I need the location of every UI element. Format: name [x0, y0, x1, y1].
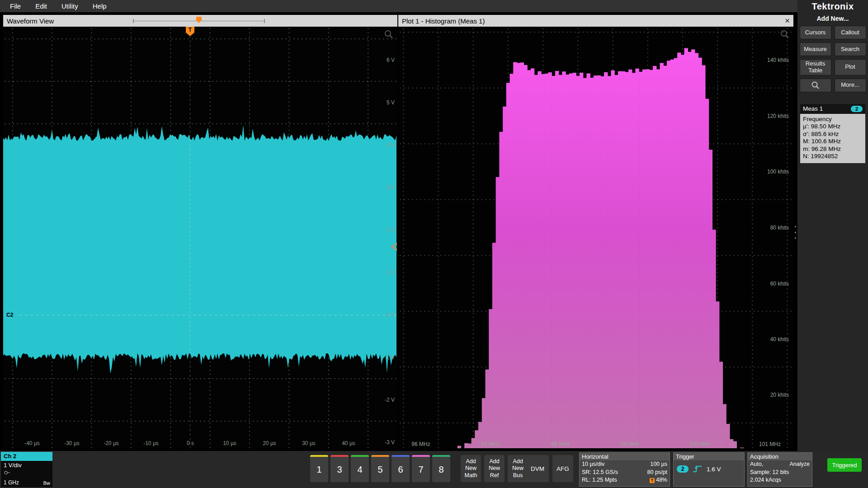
waveform-graticule[interactable]: 6 V 5 V 4 V 3 V 2 V 1 V 0 V -1 V -2 V -3… — [3, 27, 397, 448]
add-object-buttons: Add New Math Add New Ref Add New Bus — [461, 455, 528, 482]
menu-file[interactable]: File — [3, 2, 28, 10]
plot1-histogram-panel: Plot 1 - Histogram (Meas 1) × 140 khits … — [398, 15, 793, 448]
acquisition-sample-bits: Sample: 12 bits — [750, 469, 789, 477]
acquisition-title: Acquisition — [748, 453, 812, 460]
plot1-title: Plot 1 - Histogram (Meas 1) — [402, 17, 485, 25]
meas1-badge-card[interactable]: Meas 1 2 Frequency µ': 98.50 MHz σ': 885… — [800, 104, 865, 163]
menu-help[interactable]: Help — [85, 2, 114, 10]
channel-6-button[interactable]: 6 — [392, 455, 410, 482]
v-axis-label: 6 V — [387, 57, 395, 63]
add-new-ref-button[interactable]: Add New Ref — [484, 455, 505, 482]
channel-2-name: Ch 2 — [1, 452, 52, 461]
search-button[interactable]: Search — [835, 42, 866, 56]
bottom-settings-bar: Ch 2 1 V/div 1 GHz Bw 1 3 4 5 6 7 8 Add … — [0, 451, 868, 488]
t-axis-label: 20 µs — [263, 440, 276, 446]
v-axis-label: 1 V — [387, 269, 395, 276]
meas1-population: N: 19924852 — [803, 153, 863, 160]
afg-button[interactable]: AFG — [552, 455, 573, 482]
waveform-view-panel: Waveform View 6 V 5 V 4 V 3 V 2 V 1 V 0 … — [3, 15, 397, 448]
zero-volt-dashed-line — [3, 315, 397, 315]
zoom-icon[interactable] — [780, 29, 790, 39]
freq-axis-label: 98 MHz — [551, 441, 570, 447]
meas1-stddev: σ': 885.6 kHz — [803, 131, 863, 138]
panel-drag-handle[interactable] — [794, 226, 797, 239]
t-axis-label: -20 µs — [104, 440, 119, 446]
magnifier-icon — [811, 81, 820, 90]
menu-utility[interactable]: Utility — [54, 2, 85, 10]
channel-2-badge[interactable]: Ch 2 1 V/div 1 GHz Bw — [1, 452, 52, 487]
zoom-search-button[interactable] — [800, 79, 831, 92]
waveform-view-title: Waveform View — [7, 17, 54, 25]
trigger-level: 1.6 V — [707, 466, 721, 473]
zoom-icon[interactable] — [384, 29, 394, 39]
acquisition-count: 2.024 kAcqs — [750, 476, 781, 484]
channel-5-button[interactable]: 5 — [371, 455, 389, 482]
rising-edge-icon — [693, 465, 703, 473]
add-new-math-button[interactable]: Add New Math — [461, 455, 481, 482]
measure-button[interactable]: Measure — [800, 42, 831, 56]
cursors-button[interactable]: Cursors — [800, 26, 831, 39]
bandwidth-limit-icon: Bw — [43, 480, 50, 486]
horizontal-settings-panel[interactable]: Horizontal 10 µs/div 100 µs SR: 12.5 GS/… — [579, 452, 670, 487]
histogram-graticule[interactable]: 140 khits 120 khits 100 khits 80 khits 6… — [398, 27, 793, 448]
meas1-type: Frequency — [803, 116, 863, 123]
v-axis-label: 0 V — [387, 312, 395, 318]
v-axis-label: -1 V — [385, 354, 395, 361]
menu-edit[interactable]: Edit — [28, 2, 54, 10]
hits-axis-label: 80 khits — [770, 225, 789, 231]
channel-1-button[interactable]: 1 — [310, 455, 328, 482]
sample-period: 80 ps/pt — [647, 469, 667, 477]
channel-4-button[interactable]: 4 — [351, 455, 369, 482]
record-length: RL: 1.25 Mpts — [582, 476, 617, 484]
v-axis-label: 3 V — [387, 184, 395, 191]
freq-axis-label: 100 MHz — [689, 441, 711, 447]
acquisition-mode: Auto, — [750, 460, 763, 469]
plot-button[interactable]: Plot — [835, 59, 866, 75]
channel-button-row: 1 3 4 5 6 7 8 — [310, 455, 450, 482]
dvm-button[interactable]: DVM — [526, 455, 549, 482]
tektronix-logo: Tektronix — [797, 1, 868, 12]
v-axis-label: -2 V — [385, 397, 395, 403]
sample-rate: SR: 12.5 GS/s — [582, 469, 618, 477]
add-new-button-grid: Cursors Callout Measure Search Results T… — [797, 26, 868, 92]
v-axis-label: -3 V — [385, 439, 395, 446]
t-axis-label: 10 µs — [223, 440, 236, 446]
meas1-title: Meas 1 — [803, 105, 823, 112]
trigger-position-icon: T — [650, 478, 655, 483]
menu-bar: File Edit Utility Help — [0, 0, 797, 12]
triggered-status-badge: Triggered — [827, 458, 862, 472]
waveform-view-header: Waveform View — [3, 15, 397, 27]
channel-2-bandwidth: 1 GHz — [4, 479, 19, 486]
t-axis-label: -10 µs — [143, 440, 159, 446]
add-new-bus-button[interactable]: Add New Bus — [508, 455, 528, 482]
add-new-label: Add New... — [797, 15, 868, 22]
close-icon[interactable]: × — [785, 16, 790, 26]
ch2-waveform-trace — [3, 27, 397, 448]
probe-icon — [4, 470, 11, 475]
freq-axis-label: 99 MHz — [621, 441, 639, 447]
trigger-settings-panel[interactable]: Trigger 2 1.6 V — [673, 452, 745, 487]
acquisition-settings-panel[interactable]: Acquisition Auto, Analyze Sample: 12 bit… — [747, 452, 812, 487]
v-axis-label: 5 V — [387, 99, 395, 106]
channel-7-button[interactable]: 7 — [412, 455, 430, 482]
v-axis-label: 2 V — [387, 227, 395, 233]
meas1-max: M: 100.6 MHz — [803, 138, 863, 145]
t-axis-label: -40 µs — [24, 440, 40, 446]
callout-button[interactable]: Callout — [835, 26, 866, 39]
freq-axis-label: 97 MHz — [481, 441, 500, 447]
trigger-position-marker-icon[interactable] — [196, 17, 202, 23]
channel-3-button[interactable]: 3 — [330, 455, 349, 482]
trigger-position-percent: 48% — [656, 477, 667, 483]
channel-2-settings: 1 V/div 1 GHz Bw — [1, 461, 52, 487]
more-button[interactable]: More... — [835, 79, 866, 92]
horizontal-window: 100 µs — [650, 460, 667, 469]
freq-axis-label: 101 MHz — [759, 441, 781, 447]
results-table-button[interactable]: Results Table — [800, 59, 831, 75]
horizontal-position-indicator[interactable] — [133, 19, 265, 23]
channel-2-scale: 1 V/div — [4, 462, 50, 469]
hits-axis-label: 120 khits — [767, 113, 789, 119]
horizontal-scale: 10 µs/div — [582, 460, 604, 469]
hits-axis-label: 100 khits — [767, 169, 789, 175]
channel-8-button[interactable]: 8 — [432, 455, 450, 482]
histogram-bars — [398, 27, 793, 448]
